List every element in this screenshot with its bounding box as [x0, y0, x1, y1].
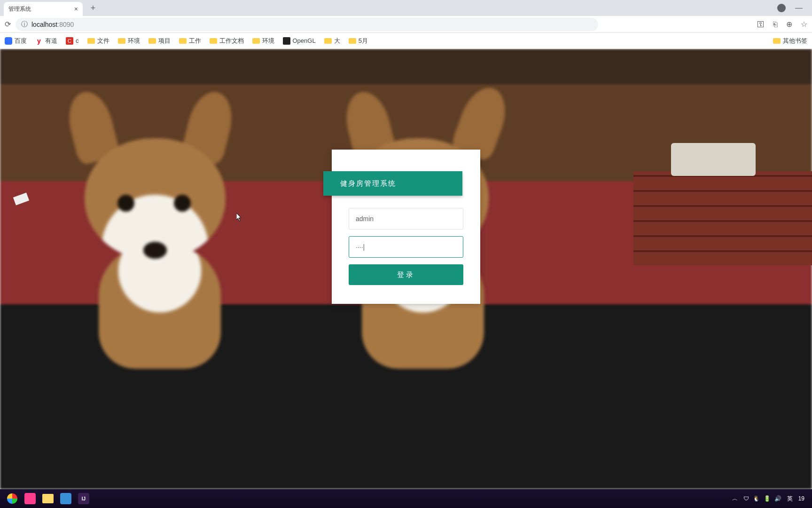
- bookmark-opengl[interactable]: OpenGL: [283, 37, 316, 45]
- tray-penguin-icon[interactable]: 🐧: [753, 495, 760, 502]
- intellij-icon: IJ: [78, 493, 89, 504]
- username-input[interactable]: [349, 208, 463, 230]
- search-icon[interactable]: ⊕: [786, 20, 792, 29]
- windows-taskbar: IJ ︿ 🛡 🐧 🔋 🔊 英 19: [0, 489, 812, 508]
- folder-icon: [87, 38, 95, 44]
- bookmark-folder-gongzuowendang[interactable]: 工作文档: [210, 37, 244, 45]
- taskbar-app-blue[interactable]: [57, 492, 74, 506]
- url-port: :8090: [57, 21, 74, 28]
- y-icon: y: [35, 37, 43, 45]
- folder-icon: [179, 38, 187, 44]
- start-button[interactable]: [4, 492, 21, 506]
- bookmarks-bar: 百度 y有道 Cc 文件 环境 项目 工作 工作文档 环境 OpenGL 大 5…: [0, 33, 812, 49]
- app-icon: [24, 493, 36, 504]
- bookmark-folder-5yue[interactable]: 5月: [349, 37, 368, 45]
- tray-battery-icon[interactable]: 🔋: [764, 495, 771, 502]
- bookmark-folder-gongzuo[interactable]: 工作: [179, 37, 201, 45]
- folder-icon: [118, 38, 125, 44]
- bookmark-folder-wenjian[interactable]: 文件: [87, 37, 109, 45]
- bookmark-folder-huanjing2[interactable]: 环境: [252, 37, 274, 45]
- folder-icon: [148, 38, 156, 44]
- system-tray: 🛡 🐧 🔋 🔊: [743, 495, 781, 502]
- profile-avatar-icon[interactable]: [777, 4, 786, 12]
- browser-tab-strip: 管理系统 × + —: [0, 0, 812, 16]
- reload-icon[interactable]: ⟳: [5, 20, 11, 29]
- site-info-icon[interactable]: ⓘ: [21, 20, 28, 29]
- start-icon: [7, 493, 17, 504]
- folder-icon: [773, 38, 781, 44]
- bookmark-folder-huanjing1[interactable]: 环境: [118, 37, 140, 45]
- url-host: localhost: [31, 21, 57, 28]
- close-icon[interactable]: ×: [74, 5, 78, 13]
- new-tab-button[interactable]: +: [87, 3, 99, 13]
- other-bookmarks[interactable]: 其他书签: [773, 37, 807, 45]
- tray-volume-icon[interactable]: 🔊: [774, 495, 781, 502]
- folder-icon: [210, 38, 217, 44]
- folder-icon: [349, 38, 356, 44]
- address-bar-row: ⟳ ⓘ localhost :8090 ⚿ ⎗ ⊕ ☆: [0, 16, 812, 33]
- login-card: 健身房管理系统 登录: [332, 150, 480, 304]
- folder-icon: [42, 494, 54, 503]
- login-button[interactable]: 登录: [349, 264, 463, 285]
- background-brick: [633, 171, 812, 265]
- bookmark-star-icon[interactable]: ☆: [801, 20, 807, 29]
- app-icon: [60, 493, 71, 504]
- c-icon: C: [66, 37, 73, 45]
- opengl-icon: [283, 37, 290, 45]
- tab-title: 管理系统: [8, 5, 31, 13]
- taskbar-app-explorer[interactable]: [39, 492, 56, 506]
- background-dog-left: [56, 101, 273, 364]
- translate-icon[interactable]: ⎗: [773, 20, 778, 29]
- folder-icon: [252, 38, 260, 44]
- bookmark-c[interactable]: Cc: [66, 37, 79, 45]
- bookmark-youdao[interactable]: y有道: [35, 37, 57, 45]
- password-input[interactable]: [349, 236, 463, 258]
- taskbar-clock[interactable]: 19: [798, 495, 804, 502]
- browser-tab-active[interactable]: 管理系统 ×: [4, 2, 83, 16]
- tray-security-icon[interactable]: 🛡: [743, 495, 749, 502]
- login-title: 健身房管理系统: [323, 171, 462, 196]
- background-box: [671, 143, 756, 176]
- key-icon[interactable]: ⚿: [757, 20, 765, 29]
- page-content: 健身房管理系统 登录: [0, 49, 812, 489]
- ime-language[interactable]: 英: [787, 495, 793, 503]
- paw-icon: [5, 37, 12, 45]
- taskbar-app-pink[interactable]: [22, 492, 39, 506]
- bookmark-folder-da[interactable]: 大: [324, 37, 340, 45]
- bookmark-baidu[interactable]: 百度: [5, 37, 27, 45]
- bookmark-folder-xiangmu[interactable]: 项目: [148, 37, 171, 45]
- minimize-icon[interactable]: —: [795, 4, 803, 12]
- url-bar[interactable]: ⓘ localhost :8090: [16, 18, 598, 31]
- taskbar-app-ide[interactable]: IJ: [75, 492, 92, 506]
- folder-icon: [324, 38, 332, 44]
- tray-chevron-icon[interactable]: ︿: [732, 495, 738, 503]
